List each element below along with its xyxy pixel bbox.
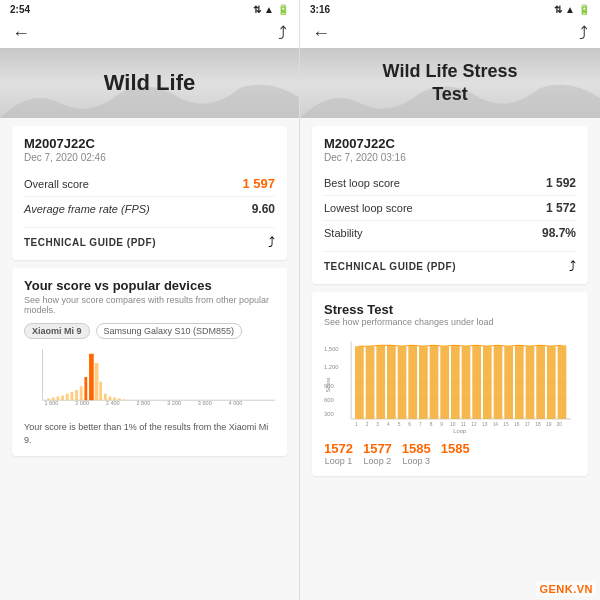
svg-text:8: 8 (430, 422, 433, 427)
svg-text:15: 15 (503, 422, 509, 427)
svg-rect-53 (526, 346, 535, 419)
svg-text:1 600: 1 600 (44, 400, 58, 406)
left-fps-label: Average frame rate (FPS) (24, 203, 150, 215)
svg-rect-42 (408, 345, 417, 419)
svg-rect-37 (355, 346, 364, 419)
svg-text:12: 12 (471, 422, 477, 427)
svg-rect-52 (515, 345, 524, 419)
right-stress-chart: 1,500 1,200 900 600 300 (324, 335, 576, 435)
right-content: M2007J22C Dec 7, 2020 03:16 Best loop sc… (300, 118, 600, 600)
right-status-icons: ⇅ ▲ 🔋 (554, 4, 590, 15)
right-back-button[interactable]: ← (312, 23, 330, 44)
left-bottom-text: Your score is better than 1% of the resu… (24, 421, 275, 446)
svg-text:5: 5 (398, 422, 401, 427)
right-stability-value: 98.7% (542, 226, 576, 240)
left-fps-value: 9.60 (252, 202, 275, 216)
svg-rect-11 (89, 354, 94, 400)
svg-rect-9 (80, 386, 83, 400)
left-status-bar: 2:54 ⇅ ▲ 🔋 (0, 0, 299, 19)
left-content: M2007J22C Dec 7, 2020 02:46 Overall scor… (0, 118, 299, 600)
svg-rect-7 (70, 392, 73, 400)
left-back-button[interactable]: ← (12, 23, 30, 44)
left-tech-guide[interactable]: TECHNICAL GUIDE (PDF) ⤴ (24, 227, 275, 250)
right-tech-guide-label: TECHNICAL GUIDE (PDF) (324, 261, 456, 272)
left-share-button[interactable]: ⤴ (278, 23, 287, 44)
svg-text:Score: Score (325, 377, 331, 392)
right-panel-wrapper: 3:16 ⇅ ▲ 🔋 ← ⤴ Wild Life StressTest M200… (300, 0, 600, 600)
loop-item-1: 1572 Loop 1 (324, 441, 353, 466)
right-panel: 3:16 ⇅ ▲ 🔋 ← ⤴ Wild Life StressTest M200… (300, 0, 600, 600)
right-tech-guide[interactable]: TECHNICAL GUIDE (PDF) ⤴ (324, 251, 576, 274)
svg-rect-54 (536, 345, 545, 419)
svg-text:14: 14 (493, 422, 499, 427)
svg-rect-50 (494, 345, 503, 419)
left-tech-share-icon[interactable]: ⤴ (268, 234, 275, 250)
right-stability-label: Stability (324, 227, 363, 239)
svg-text:10: 10 (450, 422, 456, 427)
right-status-bar: 3:16 ⇅ ▲ 🔋 (300, 0, 600, 19)
svg-text:3 600: 3 600 (198, 400, 212, 406)
left-time: 2:54 (10, 4, 30, 15)
loop-score-4: 1585 (441, 441, 470, 456)
left-score-card: M2007J22C Dec 7, 2020 02:46 Overall scor… (12, 126, 287, 260)
left-hero-title: Wild Life (104, 70, 195, 96)
svg-text:4: 4 (387, 422, 390, 427)
svg-rect-51 (504, 346, 513, 419)
right-signal-icon: ⇅ (554, 4, 562, 15)
right-lowest-loop-row: Lowest loop score 1 572 (324, 196, 576, 221)
svg-text:1,200: 1,200 (324, 364, 339, 370)
svg-text:19: 19 (546, 422, 552, 427)
loop-label-3: Loop 3 (402, 456, 431, 466)
svg-text:600: 600 (324, 397, 334, 403)
svg-text:1: 1 (355, 422, 358, 427)
svg-rect-13 (99, 382, 102, 401)
loop-item-3: 1585 Loop 3 (402, 441, 431, 466)
svg-text:2 000: 2 000 (75, 400, 89, 406)
left-score-row-fps: Average frame rate (FPS) 9.60 (24, 197, 275, 221)
right-best-loop-label: Best loop score (324, 177, 400, 189)
right-lowest-loop-value: 1 572 (546, 201, 576, 215)
svg-rect-12 (95, 363, 99, 400)
right-nav-bar: ← ⤴ (300, 19, 600, 48)
svg-rect-46 (451, 345, 460, 419)
svg-text:Loop: Loop (453, 428, 466, 434)
right-loop-scores: 1572 Loop 1 1577 Loop 2 1585 Loop 3 1585 (324, 441, 576, 466)
right-chart-svg: 1,500 1,200 900 600 300 (324, 335, 576, 435)
svg-rect-10 (84, 377, 87, 400)
left-panel: 2:54 ⇅ ▲ 🔋 ← ⤴ Wild Life M2007J22C Dec 7… (0, 0, 300, 600)
svg-rect-55 (547, 346, 556, 419)
left-tab-xiaomi[interactable]: Xiaomi Mi 9 (24, 323, 90, 339)
loop-label-1: Loop 1 (324, 456, 353, 466)
wifi-icon: ▲ (264, 4, 274, 15)
left-compare-subtitle: See how your score compares with results… (24, 295, 275, 315)
right-stability-row: Stability 98.7% (324, 221, 576, 245)
svg-rect-44 (430, 345, 439, 419)
right-stress-title: Stress Test (324, 302, 576, 317)
battery-icon: 🔋 (277, 4, 289, 15)
left-overall-label: Overall score (24, 178, 89, 190)
right-wifi-icon: ▲ (565, 4, 575, 15)
loop-item-4: 1585 (441, 441, 470, 466)
left-device-date: Dec 7, 2020 02:46 (24, 152, 275, 163)
left-chart: 1 600 2 000 2 400 2 800 3 200 3 600 4 00… (24, 347, 275, 417)
svg-rect-39 (376, 345, 385, 419)
svg-text:17: 17 (525, 422, 531, 427)
right-share-button[interactable]: ⤴ (579, 23, 588, 44)
right-battery-icon: 🔋 (578, 4, 590, 15)
right-lowest-loop-label: Lowest loop score (324, 202, 413, 214)
loop-score-2: 1577 (363, 441, 392, 456)
left-compare-title: Your score vs popular devices (24, 278, 275, 293)
right-tech-share-icon[interactable]: ⤴ (569, 258, 576, 274)
left-nav-bar: ← ⤴ (0, 19, 299, 48)
left-tab-samsung[interactable]: Samsung Galaxy S10 (SDM855) (96, 323, 243, 339)
left-compare-card: Your score vs popular devices See how yo… (12, 268, 287, 456)
left-hero: Wild Life (0, 48, 299, 118)
left-tabs: Xiaomi Mi 9 Samsung Galaxy S10 (SDM855) (24, 323, 275, 339)
svg-rect-18 (123, 399, 126, 400)
right-stress-subtitle: See how performance changes under load (324, 317, 576, 327)
svg-rect-5 (61, 396, 64, 401)
left-device-name: M2007J22C (24, 136, 275, 151)
svg-rect-49 (483, 346, 492, 419)
svg-text:300: 300 (324, 411, 334, 417)
svg-text:7: 7 (419, 422, 422, 427)
